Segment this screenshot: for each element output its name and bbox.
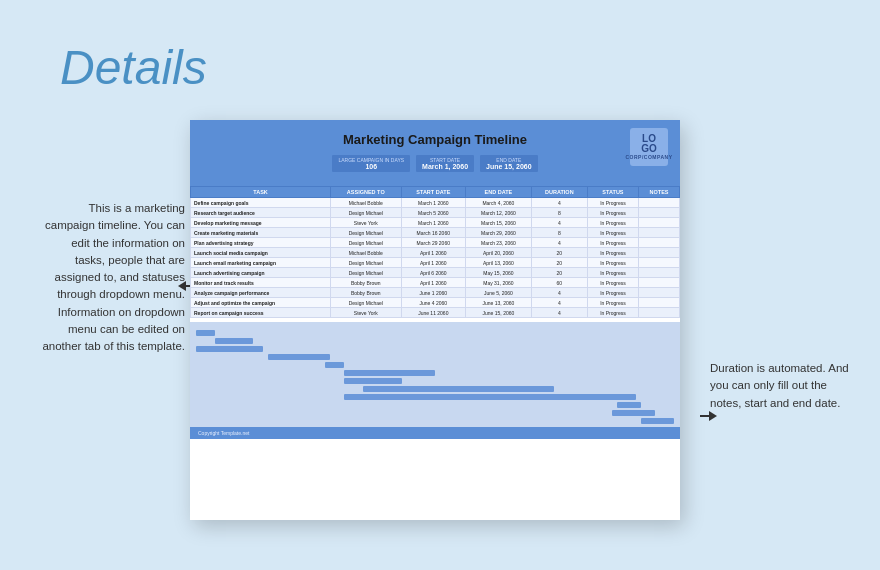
table-row: Research target audience Design Michael …	[191, 208, 680, 218]
table-row: Plan advertising strategy Design Michael…	[191, 238, 680, 248]
col-end: END DATE	[466, 187, 532, 198]
right-annotation-text: Duration is automated. And you can only …	[710, 362, 849, 409]
gantt-bar	[215, 338, 253, 344]
gantt-bar	[612, 410, 655, 416]
table-body: Define campaign goals Michael Bobble Mar…	[191, 198, 680, 318]
gantt-bar	[344, 394, 636, 400]
table-row: Develop marketing message Steve York Mar…	[191, 218, 680, 228]
stats-row: LARGE CAMPAIGN IN DAYS 106 START DATE Ma…	[200, 155, 670, 172]
table-row: Launch advertising campaign Design Micha…	[191, 268, 680, 278]
document-preview: Marketing Campaign Timeline LOGO CORP/CO…	[190, 120, 680, 520]
footer-text: Copyright Template.net	[198, 430, 249, 436]
right-arrow-indicator	[700, 415, 712, 417]
logo: LOGO CORP/COMPANY	[630, 128, 668, 166]
left-annotation: This is a marketing campaign timeline. Y…	[40, 200, 185, 355]
col-duration: DURATION	[531, 187, 587, 198]
logo-sub: CORP/COMPANY	[625, 154, 672, 160]
table-row: Launch social media campaign Michael Bob…	[191, 248, 680, 258]
gantt-chart	[190, 322, 680, 427]
page-title: Details	[60, 40, 207, 95]
doc-header: Marketing Campaign Timeline LOGO CORP/CO…	[190, 120, 680, 186]
stat-end: END DATE June 15, 2060	[480, 155, 538, 172]
gantt-bar	[196, 346, 263, 352]
right-annotation: Duration is automated. And you can only …	[710, 360, 850, 412]
table-row: Report on campaign success Steve York Ju…	[191, 308, 680, 318]
table-row: Analyze campaign performance Bobby Brown…	[191, 288, 680, 298]
gantt-bar	[363, 386, 554, 392]
col-task: TASK	[191, 187, 331, 198]
table-row: Adjust and optimize the campaign Design …	[191, 298, 680, 308]
col-assigned: ASSIGNED TO	[331, 187, 402, 198]
table-header: TASK ASSIGNED TO START DATE END DATE DUR…	[191, 187, 680, 198]
col-status: STATUS	[587, 187, 638, 198]
gantt-bar	[617, 402, 641, 408]
gantt-bar	[344, 370, 435, 376]
table-row: Launch email marketing campaign Design M…	[191, 258, 680, 268]
gantt-bar	[641, 418, 674, 424]
stat-start: START DATE March 1, 2060	[416, 155, 474, 172]
table-row: Monitor and track results Bobby Brown Ap…	[191, 278, 680, 288]
gantt-bar	[325, 362, 344, 368]
logo-top: LOGO	[641, 134, 657, 154]
doc-title: Marketing Campaign Timeline	[200, 132, 670, 147]
task-table: TASK ASSIGNED TO START DATE END DATE DUR…	[190, 186, 680, 318]
gantt-bar	[268, 354, 330, 360]
doc-footer: Copyright Template.net	[190, 427, 680, 439]
table-row: Create marketing materials Design Michae…	[191, 228, 680, 238]
table-row: Define campaign goals Michael Bobble Mar…	[191, 198, 680, 208]
gantt-bar	[344, 378, 401, 384]
gantt-bar	[196, 330, 215, 336]
col-notes: NOTES	[639, 187, 680, 198]
stat-days: LARGE CAMPAIGN IN DAYS 106	[332, 155, 410, 172]
left-annotation-text: This is a marketing campaign timeline. Y…	[42, 202, 185, 352]
gantt-bars	[196, 328, 674, 421]
col-start: START DATE	[401, 187, 466, 198]
